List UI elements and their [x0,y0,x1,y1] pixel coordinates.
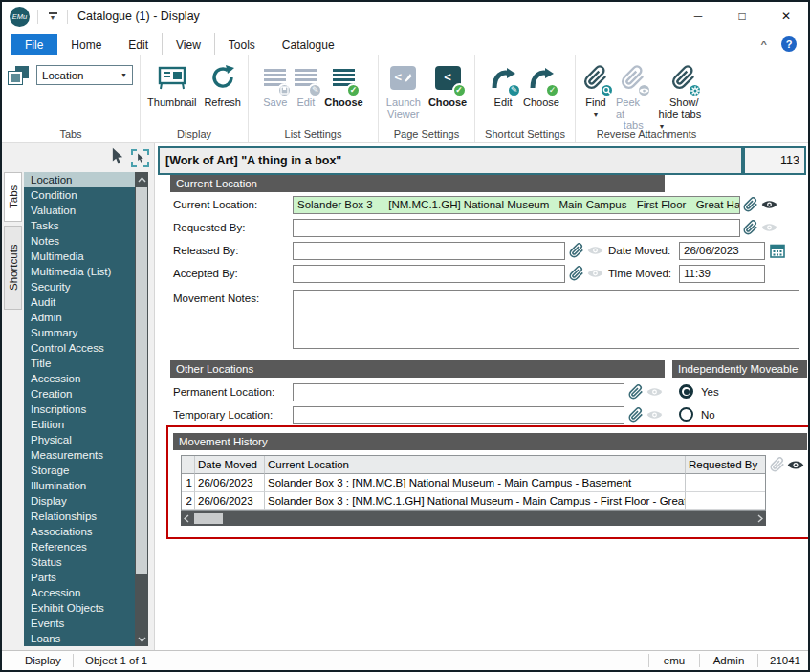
movement-notes-field[interactable] [293,290,799,349]
sidebar-item-status[interactable]: Status [24,554,135,570]
maximize-button[interactable]: □ [720,2,764,31]
attach-icon[interactable] [627,406,645,423]
permanent-location-field[interactable] [293,383,624,401]
thumbnail-button[interactable]: Thumbnail [143,61,200,108]
sidebar-item-security[interactable]: Security [24,279,135,294]
workspace: Tabs Shortcuts LocationConditionValuatio… [2,143,808,650]
help-icon[interactable]: ? [781,36,797,52]
sidebar-item-condition[interactable]: Condition [24,187,135,203]
shortcut-choose-button[interactable]: ✓ Choose [519,61,563,108]
scroll-left-icon[interactable] [181,514,192,523]
current-location-field[interactable]: Solander Box 3 - [NM.MC.1.GH] National M… [293,196,740,214]
vertical-tab-shortcuts[interactable]: Shortcuts [4,226,22,310]
refresh-icon [209,61,236,94]
sidebar-item-creation[interactable]: Creation [24,386,135,401]
sidebar-item-audit[interactable]: Audit [24,294,135,310]
radio-no[interactable] [679,407,693,422]
sidebar-item-accession[interactable]: Accession [24,585,135,600]
requested-by-field[interactable] [293,219,740,237]
tabs-combobox[interactable]: Location ▼ [36,65,133,85]
record-title-field[interactable]: [Work of Art] "A thing in a box" [158,146,743,175]
sidebar-item-multimedia-list-[interactable]: Multimedia (List) [24,264,135,279]
sidebar-item-references[interactable]: References [24,539,135,554]
sidebar-item-display[interactable]: Display [24,493,135,509]
tab-home[interactable]: Home [57,34,115,55]
calendar-icon[interactable] [769,242,786,259]
sidebar-item-measurements[interactable]: Measurements [24,447,135,463]
eye-icon[interactable] [760,196,777,213]
date-moved-field[interactable]: 26/06/2023 [679,242,765,260]
collapse-ribbon-icon[interactable]: ^ [761,39,767,49]
tab-view[interactable]: View [162,33,215,55]
scroll-right-icon[interactable] [755,514,766,523]
movement-history-highlight: Movement History Date Moved Current Loca… [166,425,810,539]
sidebar-item-multimedia[interactable]: Multimedia [24,249,135,264]
close-button[interactable]: ✕ [764,2,808,31]
eye-icon[interactable] [787,456,804,473]
attach-icon[interactable] [742,196,759,213]
scrollbar-thumb[interactable] [194,513,223,524]
sidebar-item-physical[interactable]: Physical [24,432,135,447]
sidebar-item-summary[interactable]: Summary [24,325,135,340]
attach-icon[interactable] [568,265,585,282]
eye-icon-disabled [646,406,663,423]
tab-catalogue[interactable]: Catalogue [269,34,348,55]
sidebar-item-tasks[interactable]: Tasks [24,218,135,233]
list-save-button: Save [259,61,291,108]
released-by-field[interactable] [293,242,565,260]
sidebar-item-notes[interactable]: Notes [24,233,135,249]
shortcut-edit-button[interactable]: ✎ Edit [487,61,519,108]
tab-tools[interactable]: Tools [215,34,269,55]
show-hide-tabs-button[interactable]: Show/ hide tabs ▼ [655,61,713,133]
vertical-tab-tabs[interactable]: Tabs [4,172,22,222]
sidebar-item-illumination[interactable]: Illumination [24,478,135,493]
refresh-button[interactable]: Refresh [200,61,245,108]
sidebar-scrollbar[interactable] [135,172,148,646]
sidebar-item-associations[interactable]: Associations [24,524,135,539]
tab-edit[interactable]: Edit [115,34,162,55]
record-number-field[interactable]: 113 [743,146,806,175]
sidebar-item-exhibit-objects[interactable]: Exhibit Objects [24,600,135,616]
list-choose-button[interactable]: ✓ Choose [320,61,366,108]
sidebar-item-valuation[interactable]: Valuation [24,203,135,218]
minimize-button[interactable]: ─ [676,2,720,31]
radio-yes[interactable] [679,384,693,399]
table-row[interactable]: 226/06/2023Solander Box 3 : [NM.MC.1.GH]… [182,492,765,510]
attach-icon[interactable] [742,219,759,236]
sidebar-item-events[interactable]: Events [24,616,135,631]
sidebar-tab-list: LocationConditionValuationTasksNotesMult… [24,172,148,646]
tab-file[interactable]: File [11,34,57,55]
table-horizontal-scrollbar[interactable] [181,511,766,526]
sidebar-item-location[interactable]: Location [24,172,135,187]
title-bar: EMu ▼ Catalogue (1) - Display ─ □ ✕ [2,2,808,31]
scrollbar-thumb[interactable] [136,187,147,574]
sidebar-item-admin[interactable]: Admin [24,310,135,325]
sidebar-item-relationships[interactable]: Relationships [24,509,135,524]
ribbon-group-list-settings: Save ✎ Edit ✓ Choose List Se [249,55,379,142]
quick-access-dropdown-icon[interactable]: ▼ [46,12,59,20]
select-region-icon[interactable] [131,149,149,167]
attach-icon[interactable] [627,383,645,401]
sidebar-item-inscriptions[interactable]: Inscriptions [24,401,135,417]
pointer-cursor-icon[interactable] [110,147,125,168]
sidebar-item-storage[interactable]: Storage [24,463,135,478]
accepted-by-field[interactable] [293,265,565,283]
sidebar-item-loans[interactable]: Loans [24,631,135,646]
time-moved-field[interactable]: 11:39 [679,265,765,283]
temporary-location-field[interactable] [293,406,624,424]
scroll-up-icon[interactable] [135,172,148,186]
page-choose-button[interactable]: < ✓ Choose [425,61,471,119]
ribbon-group-page-settings: < Launch Viewer < ✓ Choose Page Settings [379,55,475,142]
scroll-down-icon[interactable] [135,632,148,646]
find-button[interactable]: Find ▼ [580,61,612,133]
ribbon-group-shortcut-settings: ✎ Edit ✓ Choose Shortcut Settings [475,55,576,142]
movement-history-table[interactable]: Date Moved Current Location Requested By… [181,455,766,511]
sidebar-item-accession[interactable]: Accession [24,371,135,386]
table-row[interactable]: 126/06/2023Solander Box 3 : [NM.MC.B] Na… [182,474,765,492]
sidebar-item-control-access[interactable]: Control Access [24,340,135,356]
table-cell: 1 [182,474,195,492]
attach-icon[interactable] [568,242,585,259]
sidebar-item-edition[interactable]: Edition [24,417,135,432]
sidebar-item-title[interactable]: Title [24,356,135,371]
sidebar-item-parts[interactable]: Parts [24,570,135,585]
